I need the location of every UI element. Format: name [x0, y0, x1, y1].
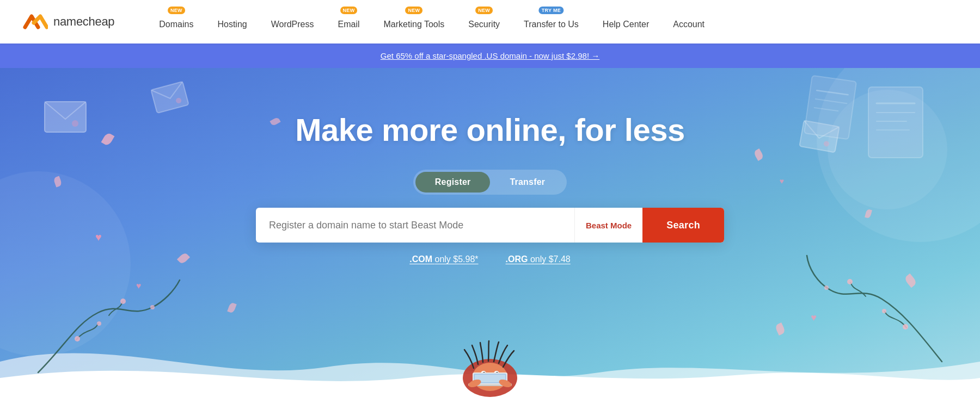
svg-point-16 [97, 321, 101, 326]
nav-badge-email: NEW [340, 7, 358, 14]
logo-link[interactable]: namecheap [22, 12, 114, 32]
svg-point-17 [120, 299, 126, 304]
nav-item-helpcenter[interactable]: Help Center [591, 0, 661, 44]
nav-label-marketing: Marketing Tools [384, 20, 445, 29]
hero-section: ♥ ♥ ♥ ♥ Make more online, for less Regis… [0, 68, 980, 400]
svg-rect-11 [804, 76, 856, 139]
petal-9 [270, 116, 280, 126]
navbar: namecheap NEW Domains Hosting WordPress … [0, 0, 980, 44]
nav-label-wordpress: WordPress [271, 20, 314, 29]
petal-1 [101, 132, 115, 146]
domain-price-org[interactable]: .ORG only $7.48 [506, 254, 571, 264]
nav-items: NEW Domains Hosting WordPress NEW Email … [147, 0, 958, 44]
svg-point-21 [847, 279, 853, 284]
nav-badge-domains: NEW [168, 7, 185, 14]
svg-rect-6 [868, 87, 923, 158]
domain-search-input[interactable] [256, 208, 574, 243]
domain-prices: .COM only $5.98* .ORG only $7.48 [409, 254, 570, 264]
logo-text: namecheap [53, 15, 114, 29]
svg-point-15 [75, 336, 80, 342]
envelope-icon-2 [150, 80, 190, 115]
nav-item-domains[interactable]: NEW Domains [147, 0, 205, 44]
nav-label-security: Security [468, 20, 500, 29]
svg-point-22 [824, 285, 829, 290]
domain-tab-row: Register Transfer [413, 170, 567, 195]
document-float-icon [866, 84, 926, 160]
tab-transfer[interactable]: Transfer [490, 172, 565, 193]
svg-point-20 [882, 309, 886, 313]
nav-item-marketing[interactable]: NEW Marketing Tools [372, 0, 457, 44]
domain-tld-org: .ORG [506, 254, 528, 264]
vine-right-deco [806, 247, 947, 367]
svg-point-18 [150, 305, 155, 309]
nav-label-account: Account [673, 20, 705, 29]
vine-left-deco [33, 269, 185, 378]
domain-price-com-text: only $5.98* [434, 254, 478, 264]
tab-register[interactable]: Register [415, 172, 491, 193]
promo-banner-link[interactable]: Get 65% off a star-spangled .US domain -… [381, 51, 599, 60]
petal-4 [753, 148, 764, 161]
document-float-icon-2 [801, 73, 859, 141]
svg-rect-2 [151, 82, 188, 113]
nav-label-helpcenter: Help Center [603, 20, 649, 29]
svg-point-19 [903, 324, 908, 330]
nav-item-email[interactable]: NEW Email [326, 0, 372, 44]
petal-3 [177, 252, 190, 265]
svg-point-1 [72, 120, 78, 127]
namecheap-logo-icon [22, 12, 48, 32]
search-button[interactable]: Search [642, 208, 724, 243]
promo-banner: Get 65% off a star-spangled .US domain -… [0, 44, 980, 68]
nav-item-transfer[interactable]: TRY ME Transfer to Us [512, 0, 591, 44]
nav-item-hosting[interactable]: Hosting [205, 0, 259, 44]
nav-badge-marketing: NEW [405, 7, 422, 14]
hero-title: Make more online, for less [295, 111, 684, 148]
hedgehog-mascot [446, 329, 534, 400]
envelope-icon-1 [44, 101, 87, 133]
domain-price-com[interactable]: .COM only $5.98* [409, 254, 478, 264]
domain-tld-com: .COM [409, 254, 432, 264]
nav-badge-security: NEW [475, 7, 493, 14]
domain-search-box: Beast Mode Search [256, 208, 724, 243]
heart-1: ♥ [95, 231, 102, 244]
heart-4: ♥ [780, 177, 784, 185]
nav-label-email: Email [338, 20, 360, 29]
nav-item-security[interactable]: NEW Security [456, 0, 512, 44]
nav-label-domains: Domains [159, 20, 193, 29]
beast-mode-button[interactable]: Beast Mode [574, 208, 642, 243]
nav-item-wordpress[interactable]: WordPress [259, 0, 326, 44]
nav-label-transfer: Transfer to Us [524, 20, 579, 29]
nav-badge-transfer: TRY ME [539, 7, 564, 14]
domain-price-org-text: only $7.48 [530, 254, 571, 264]
nav-item-account[interactable]: Account [661, 0, 716, 44]
nav-label-hosting: Hosting [217, 20, 247, 29]
